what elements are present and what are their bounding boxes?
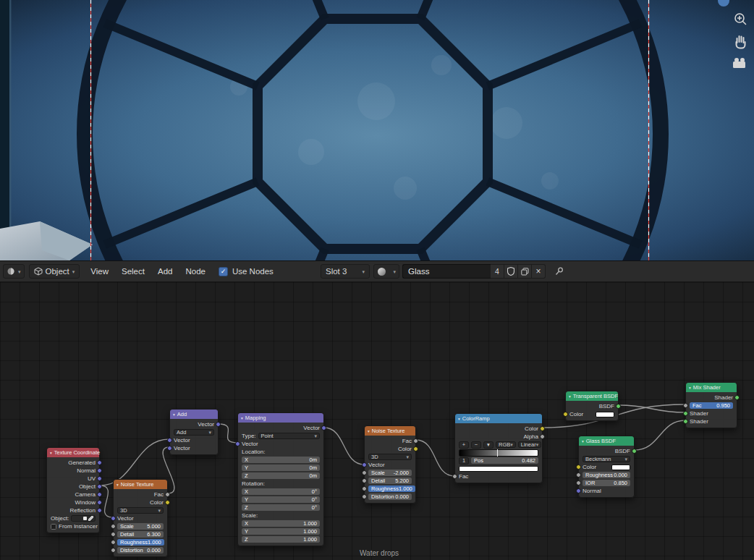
gray-socket[interactable] bbox=[452, 474, 457, 479]
yellow-socket[interactable] bbox=[540, 426, 545, 431]
value-slider-distortion[interactable]: Distortion0.000 bbox=[117, 547, 164, 554]
shader-socket[interactable] bbox=[683, 419, 688, 424]
value-slider-z[interactable]: Z1.000 bbox=[242, 536, 320, 543]
node-header-transparent-bsdf[interactable]: ▾Transparent BSDF bbox=[566, 391, 618, 401]
ramp-stop-marker[interactable] bbox=[497, 449, 499, 457]
node-mix-shader[interactable]: ▾Mix ShaderShaderFac0.950ShaderShader bbox=[685, 382, 737, 428]
dropdown-3d[interactable]: 3D▾ bbox=[368, 454, 412, 461]
stop-color-swatch[interactable] bbox=[459, 466, 538, 472]
node-editor-canvas[interactable]: ▾Texture CoordinateGeneratedNormalUVObje… bbox=[0, 282, 754, 560]
interpolation-dropdown[interactable]: Linear▾ bbox=[518, 441, 541, 449]
value-slider-detail[interactable]: Detail5.200 bbox=[368, 478, 412, 485]
gray-socket[interactable] bbox=[576, 480, 581, 485]
menu-view[interactable]: View bbox=[90, 267, 109, 276]
collapse-icon[interactable]: ▾ bbox=[50, 451, 52, 455]
ramp-specials-button[interactable]: ▾ bbox=[483, 441, 494, 449]
color-swatch[interactable] bbox=[596, 412, 614, 417]
node-header-color-ramp[interactable]: ▾ColorRamp bbox=[455, 414, 542, 423]
vector-socket[interactable] bbox=[97, 460, 102, 465]
gray-socket[interactable] bbox=[111, 540, 116, 545]
value-slider-roughness[interactable]: Roughness0.000 bbox=[583, 472, 630, 479]
vector-socket[interactable] bbox=[97, 484, 102, 489]
shader-socket[interactable] bbox=[632, 449, 637, 454]
node-noise-texture-2[interactable]: ▾Noise TextureFacColor3D▾VectorScale-2.0… bbox=[364, 425, 416, 504]
stop-position-slider[interactable]: Pos0.482 bbox=[471, 457, 538, 464]
value-slider-roughness[interactable]: Roughness1.000 bbox=[117, 539, 164, 546]
vector-socket[interactable] bbox=[576, 488, 581, 493]
value-slider-x[interactable]: X0m bbox=[242, 457, 320, 464]
node-mapping[interactable]: ▾MappingVectorType:Point▾VectorLocation:… bbox=[237, 412, 324, 546]
node-glass-bsdf[interactable]: ▾Glass BSDFBSDFBeckmann▾ColorRoughness0.… bbox=[578, 436, 635, 498]
yellow-socket[interactable] bbox=[165, 500, 170, 505]
fake-user-shield-button[interactable] bbox=[504, 264, 518, 279]
gray-socket[interactable] bbox=[362, 494, 367, 499]
value-slider-scale[interactable]: Scale5.000 bbox=[117, 523, 164, 530]
dropdown-beckmann[interactable]: Beckmann▾ bbox=[583, 456, 630, 463]
gray-socket[interactable] bbox=[111, 524, 116, 529]
collapse-icon[interactable]: ▾ bbox=[569, 394, 571, 399]
vector-socket[interactable] bbox=[97, 500, 102, 505]
vector-socket[interactable] bbox=[167, 438, 172, 443]
collapse-icon[interactable]: ▾ bbox=[368, 429, 370, 433]
node-header-glass-bsdf[interactable]: ▾Glass BSDF bbox=[579, 436, 634, 446]
material-name-field[interactable]: Glass bbox=[402, 264, 491, 279]
yellow-socket[interactable] bbox=[576, 464, 581, 470]
material-slot-dropdown[interactable]: Slot 3 ▾ bbox=[321, 264, 370, 279]
collapse-icon[interactable]: ▾ bbox=[117, 483, 119, 487]
value-slider-y[interactable]: Y0° bbox=[242, 496, 320, 504]
node-transparent-bsdf[interactable]: ▾Transparent BSDFBSDFColor bbox=[565, 391, 619, 421]
value-slider-scale[interactable]: Scale-2.000 bbox=[368, 470, 412, 477]
shader-socket[interactable] bbox=[616, 404, 621, 409]
remove-stop-button[interactable]: − bbox=[471, 441, 481, 449]
gray-socket[interactable] bbox=[111, 548, 116, 553]
vector-socket[interactable] bbox=[362, 462, 367, 467]
node-noise-texture-1[interactable]: ▾Noise TextureFacColor3D▾VectorScale5.00… bbox=[113, 479, 168, 557]
vector-socket[interactable] bbox=[97, 508, 102, 513]
use-nodes-toggle[interactable]: ✓ Use Nodes bbox=[219, 267, 274, 276]
shader-socket[interactable] bbox=[683, 411, 688, 416]
new-material-button[interactable] bbox=[518, 264, 532, 279]
vector-socket[interactable] bbox=[97, 468, 102, 473]
gray-socket[interactable] bbox=[362, 470, 367, 475]
yellow-socket[interactable] bbox=[413, 446, 418, 451]
collapse-icon[interactable]: ▾ bbox=[173, 412, 175, 417]
shader-type-dropdown[interactable]: Object ▾ bbox=[29, 264, 80, 279]
3d-viewport[interactable] bbox=[0, 0, 754, 260]
value-slider-x[interactable]: X0° bbox=[242, 488, 320, 496]
material-users-button[interactable]: 4 bbox=[491, 264, 504, 279]
node-color-ramp[interactable]: ▾ColorRampColorAlpha+−▾RGB▾Linear▾1Pos0.… bbox=[454, 413, 543, 483]
stop-index-stepper[interactable]: 1 bbox=[459, 457, 469, 464]
vector-socket[interactable] bbox=[235, 441, 240, 446]
value-slider-z[interactable]: Z0m bbox=[242, 472, 320, 480]
gray-socket[interactable] bbox=[362, 486, 367, 491]
node-header-mix-shader[interactable]: ▾Mix Shader bbox=[686, 383, 737, 392]
gray-socket[interactable] bbox=[362, 478, 367, 483]
color-swatch[interactable] bbox=[611, 464, 630, 470]
vector-socket[interactable] bbox=[97, 492, 102, 497]
value-slider-detail[interactable]: Detail6.300 bbox=[117, 531, 164, 538]
value-slider-y[interactable]: Y0m bbox=[242, 464, 320, 472]
color-mode-dropdown[interactable]: RGB▾ bbox=[496, 441, 516, 449]
eyedropper-icon[interactable] bbox=[88, 516, 93, 521]
gray-socket[interactable] bbox=[540, 434, 545, 439]
node-header-texture-coordinate[interactable]: ▾Texture Coordinate bbox=[47, 448, 99, 457]
node-texture-coordinate[interactable]: ▾Texture CoordinateGeneratedNormalUVObje… bbox=[46, 447, 100, 533]
gray-socket[interactable] bbox=[413, 438, 418, 444]
vector-socket[interactable] bbox=[321, 425, 326, 430]
dropdown-point[interactable]: Point▾ bbox=[258, 433, 320, 440]
value-slider-y[interactable]: Y1.000 bbox=[242, 528, 320, 535]
menu-select[interactable]: Select bbox=[122, 267, 145, 276]
object-field[interactable] bbox=[71, 515, 96, 522]
collapse-icon[interactable]: ▾ bbox=[241, 416, 243, 420]
value-slider-fac[interactable]: Fac0.950 bbox=[690, 402, 733, 410]
gray-socket[interactable] bbox=[111, 532, 116, 537]
node-header-mapping[interactable]: ▾Mapping bbox=[238, 413, 323, 423]
menu-node[interactable]: Node bbox=[185, 267, 206, 276]
browse-material-dropdown[interactable]: ▾ bbox=[373, 264, 399, 279]
yellow-socket[interactable] bbox=[563, 412, 568, 417]
value-slider-z[interactable]: Z0° bbox=[242, 504, 320, 512]
dropdown-add[interactable]: Add▾ bbox=[174, 429, 214, 436]
value-slider-ior[interactable]: IOR0.850 bbox=[583, 480, 630, 487]
gray-socket[interactable] bbox=[165, 492, 170, 497]
add-stop-button[interactable]: + bbox=[459, 441, 469, 449]
